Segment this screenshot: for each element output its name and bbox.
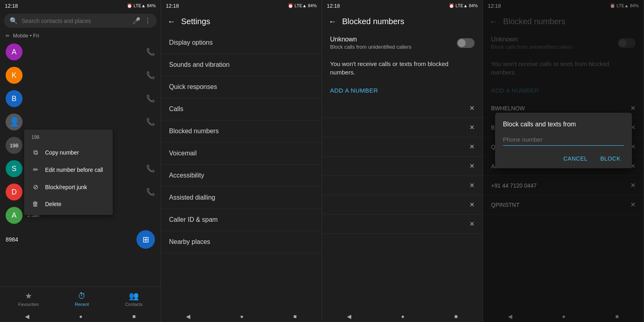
- status-bar: 12:18 ⏰ LTE▲ 84%: [0, 0, 161, 11]
- recent-button[interactable]: ■: [293, 313, 297, 320]
- recent-header: ✏ Mobile • Fri: [0, 30, 161, 40]
- block-icon: ⊘: [31, 183, 39, 191]
- status-time: 12:18: [166, 3, 179, 9]
- list-item[interactable]: A 📞: [0, 40, 161, 64]
- remove-blocked-button[interactable]: ✕: [469, 124, 475, 131]
- unknown-row: Unknown Block calls from unidentified ca…: [322, 32, 483, 54]
- home-button[interactable]: ●: [240, 313, 244, 320]
- system-nav: ◀ ● ■: [0, 311, 161, 322]
- status-icons: ⏰ LTE▲ 84%: [288, 3, 317, 8]
- remove-blocked-button[interactable]: ✕: [469, 104, 475, 112]
- call-icon[interactable]: 📞: [146, 118, 155, 126]
- settings-title: Settings: [181, 17, 210, 26]
- call-icon[interactable]: 📞: [146, 164, 155, 173]
- settings-display-options[interactable]: Display options: [161, 32, 322, 54]
- call-icon[interactable]: 📞: [146, 47, 155, 56]
- blocked-numbers-dialog-panel: 12:18 ⏰ LTE▲ 84% ← Blocked numbers Unkno…: [483, 0, 644, 322]
- blocked-item: ✕: [322, 215, 483, 234]
- remove-blocked-button[interactable]: ✕: [469, 143, 475, 151]
- unknown-toggle[interactable]: [457, 38, 475, 48]
- back-button[interactable]: ◀: [347, 313, 351, 320]
- cancel-button[interactable]: CANCEL: [560, 154, 591, 163]
- avatar: 198: [6, 137, 23, 154]
- unknown-info: Unknown Block calls from unidentified ca…: [330, 36, 411, 50]
- list-item[interactable]: 8984 ⊞: [0, 227, 161, 252]
- settings-nearby-places[interactable]: Nearby places: [161, 231, 322, 253]
- avatar: A: [6, 43, 23, 60]
- remove-blocked-button[interactable]: ✕: [469, 182, 475, 189]
- recent-nav-label: Recent: [75, 302, 89, 307]
- blocked-item: ✕: [322, 118, 483, 137]
- block-report-menu-item[interactable]: ⊘ Block/report junk: [24, 178, 113, 196]
- settings-blocked-numbers[interactable]: Blocked numbers: [161, 120, 322, 142]
- contact-list: A 📞 K 📞 B 📞 👤 📞 198 198 ↗ 20 Jan: [0, 40, 161, 287]
- block-report-label: Block/report junk: [45, 184, 87, 190]
- avatar: 👤: [6, 114, 23, 130]
- settings-voicemail[interactable]: Voicemail: [161, 142, 322, 165]
- dialog-title: Block calls and texts from: [503, 121, 624, 128]
- copy-number-menu-item[interactable]: ⧉ Copy number: [24, 144, 113, 161]
- add-number-button[interactable]: ADD A NUMBER: [322, 82, 483, 99]
- settings-caller-id[interactable]: Caller ID & spam: [161, 209, 322, 231]
- remove-blocked-button[interactable]: ✕: [469, 220, 475, 228]
- settings-header: ← Settings: [161, 11, 322, 32]
- more-icon[interactable]: ⋮: [144, 17, 151, 25]
- avatar: K: [6, 67, 23, 84]
- toggle-knob: [458, 39, 466, 47]
- edit-number-menu-item[interactable]: ✏ Edit number before call: [24, 161, 113, 178]
- recent-button[interactable]: ■: [454, 313, 458, 320]
- fab-button[interactable]: ⊞: [136, 230, 155, 249]
- settings-list: Display options Sounds and vibration Qui…: [161, 32, 322, 311]
- recent-icon: ⏱: [78, 291, 86, 301]
- system-nav: ◀ ● ■: [322, 311, 483, 322]
- back-icon[interactable]: ←: [328, 17, 336, 26]
- blocked-item: ✕: [322, 137, 483, 157]
- contacts-icon: 👥: [129, 291, 139, 301]
- home-button[interactable]: ●: [79, 313, 83, 320]
- status-bar: 12:18 ⏰ LTE▲ 84%: [161, 0, 322, 11]
- settings-accessibility[interactable]: Accessibility: [161, 165, 322, 187]
- blocked-title: Blocked numbers: [342, 17, 405, 26]
- block-button[interactable]: BLOCK: [597, 154, 624, 163]
- dialog-actions: CANCEL BLOCK: [503, 154, 624, 163]
- list-item[interactable]: K 📞: [0, 64, 161, 87]
- blocked-numbers-panel: 12:18 ⏰ LTE▲ 84% ← Blocked numbers Unkno…: [322, 0, 483, 322]
- home-button[interactable]: ●: [401, 313, 405, 320]
- settings-calls[interactable]: Calls: [161, 98, 322, 120]
- back-icon[interactable]: ←: [167, 17, 175, 26]
- list-item[interactable]: B 📞: [0, 87, 161, 110]
- mic-icon[interactable]: 🎤: [132, 17, 140, 25]
- settings-sounds-vibration[interactable]: Sounds and vibration: [161, 54, 322, 76]
- search-bar[interactable]: 🔍 🎤 ⋮: [4, 14, 157, 28]
- call-icon[interactable]: 📞: [146, 188, 155, 196]
- delete-label: Delete: [45, 201, 61, 207]
- call-icon[interactable]: 📞: [146, 94, 155, 103]
- favourites-icon: ★: [25, 291, 32, 301]
- settings-assisted-dialling[interactable]: Assisted dialling: [161, 187, 322, 209]
- blocked-list: ✕ ✕ ✕ ✕ ✕ ✕ ✕: [322, 99, 483, 311]
- status-time: 12:18: [327, 3, 340, 9]
- back-button[interactable]: ◀: [186, 313, 190, 320]
- contacts-panel: 12:18 ⏰ LTE▲ 84% 🔍 🎤 ⋮ ✏ Mobile • Fri A …: [0, 0, 161, 322]
- nav-recent[interactable]: ⏱ Recent: [75, 291, 89, 307]
- remove-blocked-button[interactable]: ✕: [469, 201, 475, 208]
- phone-number-input[interactable]: [503, 134, 624, 146]
- remove-blocked-button[interactable]: ✕: [469, 162, 475, 170]
- settings-quick-responses[interactable]: Quick responses: [161, 76, 322, 98]
- nav-favourites[interactable]: ★ Favourites: [18, 291, 39, 307]
- search-input[interactable]: [22, 18, 128, 24]
- recent-label: Mobile • Fri: [13, 33, 39, 39]
- list-item[interactable]: 198 198 ↗ 20 Jan 198 ⧉ Copy number ✏ Edi…: [0, 134, 161, 157]
- recent-button[interactable]: ■: [132, 313, 136, 320]
- blocked-message: You won't receive calls or texts from bl…: [322, 54, 483, 82]
- back-button[interactable]: ◀: [25, 313, 29, 320]
- call-icon[interactable]: 📞: [146, 71, 155, 80]
- delete-menu-item[interactable]: 🗑 Delete: [24, 196, 113, 213]
- dialog-overlay: Block calls and texts from CANCEL BLOCK: [483, 0, 644, 322]
- system-nav: ◀ ● ■: [161, 311, 322, 322]
- pencil-icon: ✏: [6, 33, 10, 39]
- nav-contacts[interactable]: 👥 Contacts: [125, 291, 142, 307]
- contact-name: 8984: [6, 236, 132, 243]
- delete-icon: 🗑: [31, 200, 39, 208]
- blocked-header: ← Blocked numbers: [322, 11, 483, 32]
